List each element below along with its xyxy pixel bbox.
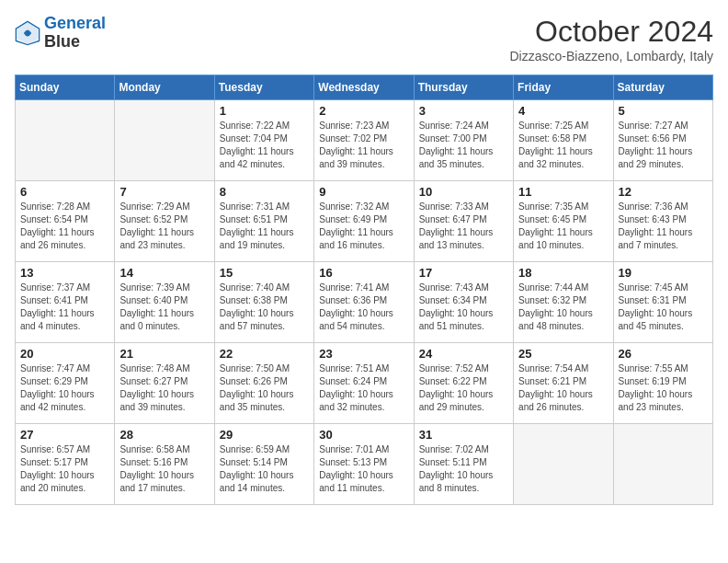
day-number: 4 [518,104,608,118]
calendar-cell: 14Sunrise: 7:39 AMSunset: 6:40 PMDayligh… [115,262,214,343]
calendar-cell: 20Sunrise: 7:47 AMSunset: 6:29 PMDayligh… [16,343,115,424]
calendar-cell: 2Sunrise: 7:23 AMSunset: 7:02 PMDaylight… [314,100,414,181]
day-info: Sunrise: 7:40 AMSunset: 6:38 PMDaylight:… [220,282,309,333]
day-number: 20 [20,347,109,361]
calendar-cell: 6Sunrise: 7:28 AMSunset: 6:54 PMDaylight… [16,181,115,262]
calendar-cell: 15Sunrise: 7:40 AMSunset: 6:38 PMDayligh… [214,262,313,343]
calendar-cell: 9Sunrise: 7:32 AMSunset: 6:49 PMDaylight… [314,181,414,262]
day-of-week-header: Friday [514,75,613,100]
calendar-cell: 26Sunrise: 7:55 AMSunset: 6:19 PMDayligh… [613,343,712,424]
day-info: Sunrise: 7:35 AMSunset: 6:45 PMDaylight:… [518,201,608,252]
day-info: Sunrise: 7:24 AMSunset: 7:00 PMDaylight:… [419,120,508,171]
calendar-week-row: 1Sunrise: 7:22 AMSunset: 7:04 PMDaylight… [16,100,713,181]
title-block: October 2024 Dizzasco-Biazzeno, Lombardy… [510,15,714,63]
calendar-cell: 31Sunrise: 7:02 AMSunset: 5:11 PMDayligh… [414,424,513,505]
day-info: Sunrise: 7:33 AMSunset: 6:47 PMDaylight:… [419,201,508,252]
location: Dizzasco-Biazzeno, Lombardy, Italy [510,49,714,63]
day-info: Sunrise: 7:01 AMSunset: 5:13 PMDaylight:… [319,443,408,495]
logo: General Blue [15,15,106,52]
calendar-cell: 23Sunrise: 7:51 AMSunset: 6:24 PMDayligh… [314,343,414,424]
calendar-cell [514,424,613,505]
day-info: Sunrise: 7:22 AMSunset: 7:04 PMDaylight:… [220,120,309,171]
calendar-cell: 17Sunrise: 7:43 AMSunset: 6:34 PMDayligh… [414,262,513,343]
calendar-cell: 29Sunrise: 6:59 AMSunset: 5:14 PMDayligh… [214,424,313,505]
calendar-cell: 5Sunrise: 7:27 AMSunset: 6:56 PMDaylight… [613,100,712,181]
day-info: Sunrise: 7:54 AMSunset: 6:21 PMDaylight:… [518,362,608,414]
calendar-cell: 7Sunrise: 7:29 AMSunset: 6:52 PMDaylight… [115,181,214,262]
day-info: Sunrise: 7:02 AMSunset: 5:11 PMDaylight:… [419,443,508,495]
day-info: Sunrise: 7:41 AMSunset: 6:36 PMDaylight:… [319,282,408,333]
day-info: Sunrise: 6:58 AMSunset: 5:16 PMDaylight:… [119,443,209,495]
calendar-cell: 4Sunrise: 7:25 AMSunset: 6:58 PMDaylight… [514,100,613,181]
day-number: 30 [319,428,408,442]
calendar-cell: 3Sunrise: 7:24 AMSunset: 7:00 PMDaylight… [414,100,513,181]
day-info: Sunrise: 7:39 AMSunset: 6:40 PMDaylight:… [119,282,209,333]
logo-text: General Blue [44,15,106,52]
day-info: Sunrise: 7:29 AMSunset: 6:52 PMDaylight:… [119,201,209,252]
day-number: 26 [619,347,708,361]
calendar-week-row: 27Sunrise: 6:57 AMSunset: 5:17 PMDayligh… [16,424,713,505]
day-info: Sunrise: 7:37 AMSunset: 6:41 PMDaylight:… [20,282,109,333]
day-info: Sunrise: 7:36 AMSunset: 6:43 PMDaylight:… [619,201,708,252]
day-of-week-header: Monday [115,75,214,100]
day-number: 5 [619,104,708,118]
day-number: 22 [220,347,309,361]
calendar-cell: 12Sunrise: 7:36 AMSunset: 6:43 PMDayligh… [613,181,712,262]
day-number: 10 [419,185,508,199]
calendar-cell: 21Sunrise: 7:48 AMSunset: 6:27 PMDayligh… [115,343,214,424]
calendar-week-row: 20Sunrise: 7:47 AMSunset: 6:29 PMDayligh… [16,343,713,424]
calendar-week-row: 6Sunrise: 7:28 AMSunset: 6:54 PMDaylight… [16,181,713,262]
calendar-cell: 1Sunrise: 7:22 AMSunset: 7:04 PMDaylight… [214,100,313,181]
day-number: 21 [119,347,209,361]
month-title: October 2024 [510,15,714,49]
day-info: Sunrise: 7:32 AMSunset: 6:49 PMDaylight:… [319,201,408,252]
day-number: 13 [20,266,109,280]
day-number: 8 [220,185,309,199]
day-of-week-header: Sunday [16,75,115,100]
day-number: 12 [619,185,708,199]
calendar-cell: 16Sunrise: 7:41 AMSunset: 6:36 PMDayligh… [314,262,414,343]
calendar-cell [16,100,115,181]
day-info: Sunrise: 7:55 AMSunset: 6:19 PMDaylight:… [619,362,708,414]
day-number: 25 [518,347,608,361]
calendar-cell: 30Sunrise: 7:01 AMSunset: 5:13 PMDayligh… [314,424,414,505]
calendar-header-row: SundayMondayTuesdayWednesdayThursdayFrid… [16,75,713,100]
calendar-cell: 19Sunrise: 7:45 AMSunset: 6:31 PMDayligh… [613,262,712,343]
calendar-week-row: 13Sunrise: 7:37 AMSunset: 6:41 PMDayligh… [16,262,713,343]
calendar-table: SundayMondayTuesdayWednesdayThursdayFrid… [15,75,713,505]
day-number: 2 [319,104,408,118]
day-info: Sunrise: 6:57 AMSunset: 5:17 PMDaylight:… [20,443,109,495]
calendar-cell: 24Sunrise: 7:52 AMSunset: 6:22 PMDayligh… [414,343,513,424]
day-of-week-header: Wednesday [314,75,414,100]
day-number: 7 [119,185,209,199]
day-info: Sunrise: 7:47 AMSunset: 6:29 PMDaylight:… [20,362,109,414]
day-number: 15 [220,266,309,280]
calendar-cell: 25Sunrise: 7:54 AMSunset: 6:21 PMDayligh… [514,343,613,424]
day-number: 23 [319,347,408,361]
day-number: 17 [419,266,508,280]
calendar-cell: 13Sunrise: 7:37 AMSunset: 6:41 PMDayligh… [16,262,115,343]
day-number: 24 [419,347,508,361]
day-info: Sunrise: 7:27 AMSunset: 6:56 PMDaylight:… [619,120,708,171]
calendar-cell: 18Sunrise: 7:44 AMSunset: 6:32 PMDayligh… [514,262,613,343]
day-number: 31 [419,428,508,442]
day-number: 1 [220,104,309,118]
day-number: 29 [220,428,309,442]
calendar-cell [613,424,712,505]
calendar-cell [115,100,214,181]
day-number: 11 [518,185,608,199]
day-info: Sunrise: 7:28 AMSunset: 6:54 PMDaylight:… [20,201,109,252]
day-info: Sunrise: 7:44 AMSunset: 6:32 PMDaylight:… [518,282,608,333]
day-info: Sunrise: 7:23 AMSunset: 7:02 PMDaylight:… [319,120,408,171]
day-info: Sunrise: 7:25 AMSunset: 6:58 PMDaylight:… [518,120,608,171]
logo-icon [15,20,40,46]
day-number: 3 [419,104,508,118]
day-info: Sunrise: 7:43 AMSunset: 6:34 PMDaylight:… [419,282,508,333]
day-info: Sunrise: 7:48 AMSunset: 6:27 PMDaylight:… [119,362,209,414]
calendar-cell: 10Sunrise: 7:33 AMSunset: 6:47 PMDayligh… [414,181,513,262]
day-info: Sunrise: 7:31 AMSunset: 6:51 PMDaylight:… [220,201,309,252]
day-info: Sunrise: 7:50 AMSunset: 6:26 PMDaylight:… [220,362,309,414]
calendar-cell: 27Sunrise: 6:57 AMSunset: 5:17 PMDayligh… [16,424,115,505]
calendar-cell: 8Sunrise: 7:31 AMSunset: 6:51 PMDaylight… [214,181,313,262]
day-info: Sunrise: 7:52 AMSunset: 6:22 PMDaylight:… [419,362,508,414]
